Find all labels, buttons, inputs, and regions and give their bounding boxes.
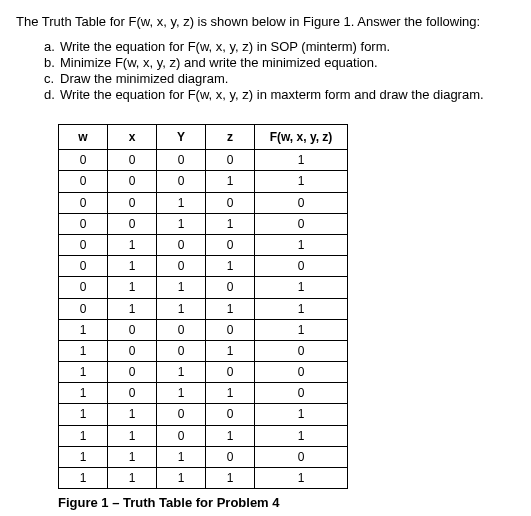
table-cell: 1 — [255, 150, 348, 171]
table-cell: 1 — [157, 213, 206, 234]
table-cell: 0 — [59, 256, 108, 277]
table-cell: 1 — [157, 383, 206, 404]
table-header-row: w x Y z F(w, x, y, z) — [59, 125, 348, 150]
table-cell: 0 — [255, 192, 348, 213]
question-letter: a. — [44, 39, 60, 54]
table-cell: 1 — [108, 425, 157, 446]
table-cell: 1 — [59, 468, 108, 489]
table-row: 10010 — [59, 340, 348, 361]
figure-caption: Figure 1 – Truth Table for Problem 4 — [58, 495, 515, 510]
table-cell: 0 — [255, 362, 348, 383]
table-cell: 0 — [59, 298, 108, 319]
table-cell: 1 — [255, 171, 348, 192]
table-cell: 0 — [59, 192, 108, 213]
table-cell: 1 — [108, 404, 157, 425]
table-row: 00100 — [59, 192, 348, 213]
table-cell: 1 — [59, 340, 108, 361]
table-row: 11100 — [59, 446, 348, 467]
table-cell: 1 — [157, 362, 206, 383]
question-item: c. Draw the minimized diagram. — [44, 71, 515, 86]
table-row: 01001 — [59, 234, 348, 255]
question-letter: c. — [44, 71, 60, 86]
question-letter: b. — [44, 55, 60, 70]
table-cell: 1 — [206, 468, 255, 489]
question-item: d. Write the equation for F(w, x, y, z) … — [44, 87, 515, 102]
table-cell: 0 — [255, 340, 348, 361]
table-cell: 0 — [108, 340, 157, 361]
table-cell: 0 — [206, 404, 255, 425]
table-cell: 0 — [157, 234, 206, 255]
table-cell: 1 — [255, 468, 348, 489]
table-cell: 0 — [157, 404, 206, 425]
table-cell: 1 — [108, 234, 157, 255]
header-f: F(w, x, y, z) — [255, 125, 348, 150]
table-cell: 0 — [59, 213, 108, 234]
truth-table: w x Y z F(w, x, y, z) 000010001100100001… — [58, 124, 348, 489]
table-cell: 1 — [157, 298, 206, 319]
table-row: 00110 — [59, 213, 348, 234]
table-cell: 0 — [59, 171, 108, 192]
table-cell: 1 — [157, 446, 206, 467]
table-cell: 0 — [157, 319, 206, 340]
table-cell: 1 — [255, 404, 348, 425]
table-row: 11001 — [59, 404, 348, 425]
question-list: a. Write the equation for F(w, x, y, z) … — [44, 39, 515, 102]
intro-text: The Truth Table for F(w, x, y, z) is sho… — [16, 14, 515, 29]
table-cell: 1 — [157, 468, 206, 489]
table-cell: 0 — [108, 213, 157, 234]
table-cell: 1 — [255, 319, 348, 340]
table-row: 10001 — [59, 319, 348, 340]
table-cell: 0 — [206, 362, 255, 383]
table-cell: 1 — [59, 446, 108, 467]
table-cell: 0 — [108, 319, 157, 340]
table-cell: 0 — [157, 340, 206, 361]
table-cell: 1 — [255, 298, 348, 319]
table-cell: 1 — [59, 362, 108, 383]
table-cell: 0 — [59, 277, 108, 298]
table-row: 01101 — [59, 277, 348, 298]
header-w: w — [59, 125, 108, 150]
table-row: 00011 — [59, 171, 348, 192]
table-cell: 0 — [255, 446, 348, 467]
table-cell: 1 — [59, 319, 108, 340]
table-cell: 1 — [108, 256, 157, 277]
table-cell: 0 — [108, 383, 157, 404]
table-cell: 1 — [206, 213, 255, 234]
table-row: 11111 — [59, 468, 348, 489]
table-cell: 0 — [206, 192, 255, 213]
table-cell: 1 — [108, 468, 157, 489]
table-cell: 0 — [206, 234, 255, 255]
table-cell: 0 — [206, 319, 255, 340]
table-cell: 0 — [108, 171, 157, 192]
question-text: Draw the minimized diagram. — [60, 71, 228, 86]
question-text: Write the equation for F(w, x, y, z) in … — [60, 39, 390, 54]
table-cell: 0 — [206, 277, 255, 298]
table-cell: 1 — [206, 383, 255, 404]
table-cell: 0 — [255, 256, 348, 277]
table-cell: 0 — [59, 234, 108, 255]
table-cell: 1 — [108, 277, 157, 298]
header-y: Y — [157, 125, 206, 150]
table-row: 10110 — [59, 383, 348, 404]
table-cell: 1 — [157, 192, 206, 213]
table-cell: 1 — [108, 446, 157, 467]
table-row: 01010 — [59, 256, 348, 277]
header-z: z — [206, 125, 255, 150]
table-cell: 1 — [206, 425, 255, 446]
table-row: 01111 — [59, 298, 348, 319]
table-row: 00001 — [59, 150, 348, 171]
table-cell: 1 — [157, 277, 206, 298]
table-cell: 1 — [255, 234, 348, 255]
table-cell: 1 — [206, 298, 255, 319]
table-row: 11011 — [59, 425, 348, 446]
table-cell: 0 — [108, 362, 157, 383]
table-cell: 0 — [108, 150, 157, 171]
table-cell: 0 — [206, 150, 255, 171]
table-cell: 1 — [255, 277, 348, 298]
table-row: 10100 — [59, 362, 348, 383]
table-cell: 1 — [59, 383, 108, 404]
question-item: b. Minimize F(w, x, y, z) and write the … — [44, 55, 515, 70]
table-cell: 0 — [108, 192, 157, 213]
table-cell: 0 — [206, 446, 255, 467]
table-cell: 1 — [59, 425, 108, 446]
